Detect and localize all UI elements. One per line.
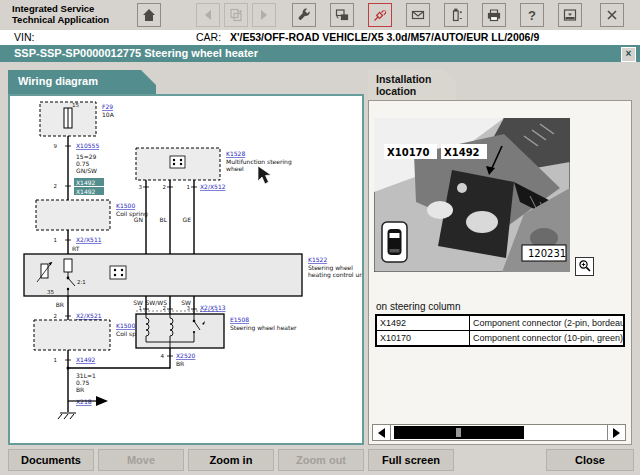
close-button[interactable]: Close xyxy=(546,449,634,471)
heater-link[interactable]: E1508 xyxy=(230,316,249,323)
connector-x2x511-link[interactable]: X2/X511 xyxy=(76,236,102,243)
battery-icon xyxy=(448,7,464,23)
battery-button[interactable] xyxy=(444,3,468,27)
connector-x2520-link[interactable]: X2520 xyxy=(176,352,196,359)
multifunction-wheel-label2: wheel xyxy=(226,165,244,172)
help-icon: ? xyxy=(528,8,536,23)
connector-x2x513-link[interactable]: X2/X513 xyxy=(200,304,226,311)
left-arrow-icon xyxy=(378,428,385,438)
minimize-view-button[interactable] xyxy=(558,3,582,27)
car-value: X'/E53/OFF-ROAD VEHICLE/X5 3.0d/M57/AUTO… xyxy=(230,31,539,43)
tab-installation-line1: Installation xyxy=(376,73,456,85)
home-icon xyxy=(141,7,157,23)
printer-icon xyxy=(486,7,502,23)
photo-number: 120231 xyxy=(528,248,566,259)
table-row[interactable]: X1492 Component connector (2-pin, bordea… xyxy=(376,315,624,331)
vehicle-info-bar: VIN: CAR: X'/E53/OFF-ROAD VEHICLE/X5 3.0… xyxy=(0,30,640,45)
coil-spring-box-bottom xyxy=(34,320,110,350)
right-arrow-icon xyxy=(613,428,620,438)
back-arrow-icon xyxy=(200,7,216,23)
control-unit-label2: heating control unit xyxy=(308,271,362,279)
coil-spring-top-label: Coil spring xyxy=(116,210,148,218)
fuse-pin-top: 15 xyxy=(72,102,79,108)
installation-photo: X10170 X1492 120231 xyxy=(374,118,570,272)
connector-desc: Component connector (10-pin, green), xyxy=(470,331,625,347)
tab-installation-line2: location xyxy=(376,85,456,97)
coil-spring-top-link[interactable]: K1500 xyxy=(116,202,135,209)
document-title-bar: SSP-SSP-SP0000012775 Steering wheel heat… xyxy=(0,45,640,62)
fuse-code-link[interactable]: F29 xyxy=(102,103,113,110)
wrench-icon xyxy=(296,7,312,23)
wire-br: BR xyxy=(56,301,64,308)
connector-x2x521-link[interactable]: X2/X521 xyxy=(76,312,102,319)
scroll-right-button[interactable] xyxy=(607,425,625,440)
heater-box xyxy=(136,314,224,348)
wire-spec-size: 0.75 xyxy=(76,160,90,167)
gnd-spec-color: BR xyxy=(76,386,84,393)
connector-x1492-chip-a[interactable]: X1492 xyxy=(76,179,96,186)
connector-desc: Component connector (2-pin, bordeaux xyxy=(470,315,625,331)
fuse-rating: 10A xyxy=(102,111,115,118)
print-button[interactable] xyxy=(482,3,506,27)
vin-label: VIN: xyxy=(14,31,34,43)
coil-spring-bottom-link[interactable]: K1500 xyxy=(116,322,135,329)
back-button[interactable] xyxy=(196,3,220,27)
wiring-diagram: 15 F29 10A 9 X10555 15=29 0.75 GN/SW 2 X… xyxy=(10,96,362,436)
control-unit-link[interactable]: K1522 xyxy=(308,256,327,263)
magnifier-icon xyxy=(578,258,591,276)
car-label: CAR: xyxy=(196,31,221,43)
heater-pin-4: 4 xyxy=(161,353,165,359)
wire-ge: GE xyxy=(183,216,192,223)
connector-code: X10170 xyxy=(376,331,470,347)
full-screen-button[interactable]: Full screen xyxy=(368,449,454,471)
tab-wiring-diagram[interactable]: Wiring diagram xyxy=(8,70,156,94)
heater-pin-2: 2 xyxy=(163,305,167,311)
magnify-photo-button[interactable] xyxy=(575,257,594,276)
connector-x2x512-link[interactable]: X2/X512 xyxy=(200,183,226,190)
move-button[interactable]: Move xyxy=(98,449,184,471)
messages-button[interactable] xyxy=(406,3,430,27)
wire-gn: GN xyxy=(134,216,143,223)
document-close-button[interactable]: × xyxy=(621,47,636,62)
connector-x1492-link[interactable]: X1492 xyxy=(76,356,96,363)
zoom-in-button[interactable]: Zoom in xyxy=(188,449,274,471)
ground-ref-arrow[interactable] xyxy=(96,396,108,406)
connector-x10555-link[interactable]: X10555 xyxy=(76,142,99,149)
scrollbar-grip xyxy=(456,428,461,437)
car-position-icon xyxy=(382,222,407,262)
home-button[interactable] xyxy=(137,3,161,27)
photo-label-x10170: X10170 xyxy=(387,147,430,158)
mfw-pin-2: 2 xyxy=(163,184,167,190)
change-display-button[interactable] xyxy=(330,3,354,27)
heater-label: Steering wheel heater xyxy=(230,324,297,332)
tab-installation-location[interactable]: Installation location xyxy=(368,70,456,100)
exit-button[interactable] xyxy=(600,3,624,27)
mouse-cursor xyxy=(258,166,271,184)
photo-label-x1492: X1492 xyxy=(444,147,480,158)
forward-button[interactable] xyxy=(252,3,276,27)
app-window: Integrated Service Technical Application xyxy=(0,0,640,475)
cu-pin-21: 2:1 xyxy=(77,279,86,285)
service-functions-button[interactable] xyxy=(292,3,316,27)
pin-1b: 1 xyxy=(54,357,58,363)
gnd-spec-circuit: 31L=1 xyxy=(76,372,96,379)
table-row[interactable]: X10170 Component connector (10-pin, gree… xyxy=(376,331,624,347)
forward-arrow-icon xyxy=(256,7,272,23)
scrollbar-thumb[interactable] xyxy=(394,426,524,439)
pages-icon xyxy=(228,7,244,23)
horizontal-scrollbar[interactable] xyxy=(372,424,626,441)
connector-x1492-chip-b[interactable]: X1492 xyxy=(76,188,96,195)
documents-button[interactable]: Documents xyxy=(8,449,94,471)
connection-button[interactable] xyxy=(368,3,392,27)
scroll-left-button[interactable] xyxy=(373,425,391,440)
multifunction-wheel-link[interactable]: K1528 xyxy=(226,150,245,157)
wire-spec-color: GN/SW xyxy=(76,167,97,174)
zoom-out-button[interactable]: Zoom out xyxy=(278,449,364,471)
copy-session-button[interactable] xyxy=(224,3,248,27)
installation-location-panel: X10170 X1492 120231 on steering column X… xyxy=(368,100,632,445)
heater-pin-1: 1 xyxy=(139,305,143,311)
pin-1: 1 xyxy=(54,237,58,243)
top-toolbar: Integrated Service Technical Application xyxy=(0,0,640,31)
gnd-spec-size: 0.75 xyxy=(76,379,90,386)
help-button[interactable]: ? xyxy=(520,3,544,27)
